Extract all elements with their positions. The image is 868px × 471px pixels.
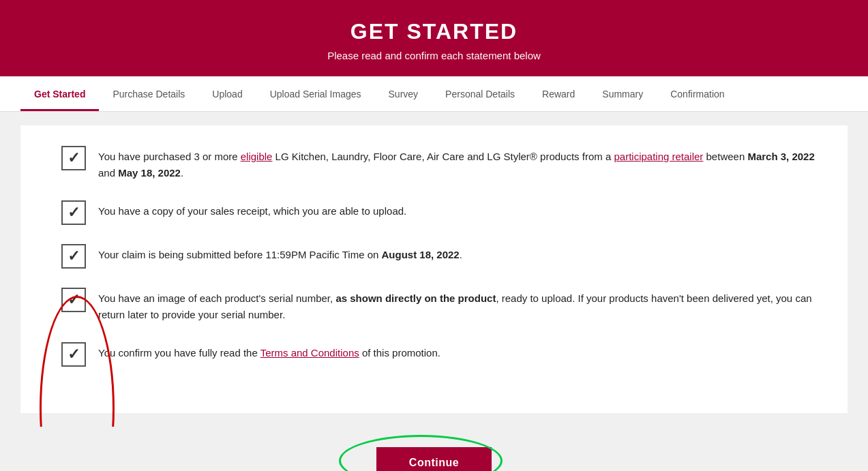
nav-item-reward[interactable]: Reward [528,76,588,111]
checklist-item-4: ✓ You have an image of each product's se… [61,288,820,323]
page-subtitle: Please read and confirm each statement b… [14,50,854,61]
check-text-5: You confirm you have fully read the Term… [98,342,440,361]
terms-conditions-link[interactable]: Terms and Conditions [260,347,359,359]
continue-button-wrapper: Continue [376,447,492,471]
participating-retailer-link[interactable]: participating retailer [614,151,703,162]
nav-item-confirmation[interactable]: Confirmation [657,76,738,111]
check-text-2: You have a copy of your sales receipt, w… [98,200,406,219]
checkmark-4: ✓ [68,292,80,307]
checklist-item-2: ✓ You have a copy of your sales receipt,… [61,200,820,225]
nav-item-survey[interactable]: Survey [375,76,432,111]
checklist-item-5: ✓ You confirm you have fully read the Te… [61,342,820,367]
nav-item-personal-details[interactable]: Personal Details [432,76,528,111]
content-panel: ✓ You have purchased 3 or more eligible … [20,125,848,413]
checkbox-5[interactable]: ✓ [61,342,86,367]
confirmation-checklist: ✓ You have purchased 3 or more eligible … [61,146,820,367]
checkmark-3: ✓ [68,249,80,264]
checkmark-2: ✓ [68,205,80,220]
page-header: GET STARTED Please read and confirm each… [0,0,868,76]
nav-item-upload[interactable]: Upload [198,76,256,111]
checkmark-5: ✓ [68,347,80,362]
eligible-link[interactable]: eligible [241,151,273,162]
step-navigation: Get Started Purchase Details Upload Uplo… [0,76,868,112]
nav-item-summary[interactable]: Summary [588,76,657,111]
check-text-4: You have an image of each product's seri… [98,288,820,323]
check-text-1: You have purchased 3 or more eligible LG… [98,146,820,181]
checkbox-1[interactable]: ✓ [61,146,86,170]
checkbox-2[interactable]: ✓ [61,200,86,225]
nav-item-purchase-details[interactable]: Purchase Details [99,76,198,111]
checkmark-1: ✓ [68,151,80,166]
page-title: GET STARTED [14,19,854,44]
checklist-item-3: ✓ Your claim is being submitted before 1… [61,244,820,269]
check-text-3: Your claim is being submitted before 11:… [98,244,462,263]
page-footer: Continue [0,427,868,471]
checklist-item-1: ✓ You have purchased 3 or more eligible … [61,146,820,181]
checkbox-3[interactable]: ✓ [61,244,86,269]
nav-item-get-started[interactable]: Get Started [20,76,99,111]
checkbox-4[interactable]: ✓ [61,288,86,312]
continue-button[interactable]: Continue [376,447,492,471]
nav-item-upload-serial-images[interactable]: Upload Serial Images [256,76,375,111]
